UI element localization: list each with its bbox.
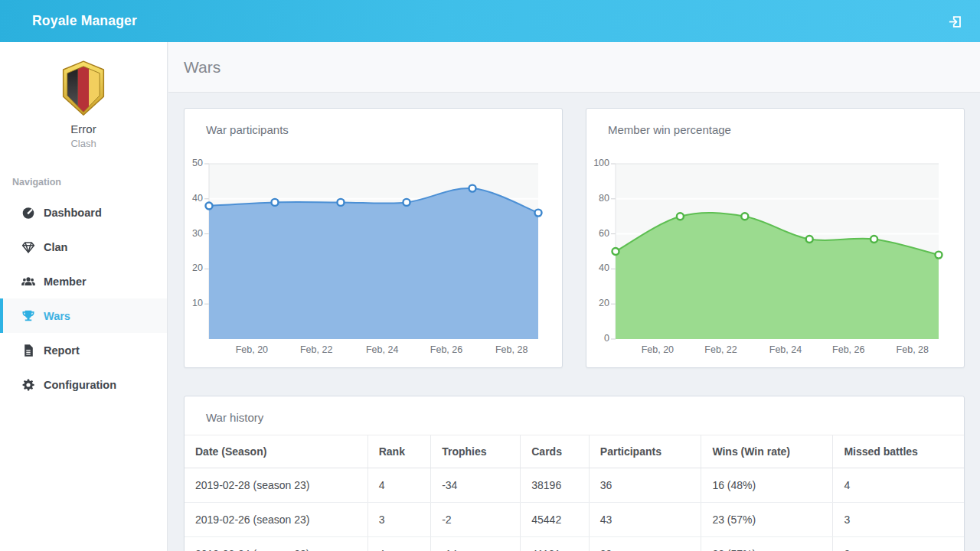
sidebar-item-label: Wars (44, 310, 70, 322)
sidebar-item-label: Report (44, 344, 80, 357)
table-cell: -2 (431, 503, 521, 537)
page-header: Wars (168, 42, 980, 93)
sidebar-item-label: Configuration (44, 379, 116, 391)
x-axis-tick: Feb, 28 (886, 344, 939, 355)
y-axis-tick: 0 (586, 333, 609, 344)
table-header-row: Date (Season)RankTrophiesCardsParticipan… (185, 435, 964, 468)
sidebar-item-clan[interactable]: Clan (0, 230, 167, 264)
clan-badge-icon (59, 60, 108, 116)
sidebar-item-configuration[interactable]: Configuration (0, 367, 167, 402)
y-axis-tick: 80 (586, 193, 609, 204)
y-axis-tick: 20 (185, 262, 203, 273)
sidebar-item-label: Dashboard (44, 207, 102, 219)
table-cell: 23 (57%) (701, 503, 833, 537)
clan-block: Error Clash (0, 42, 167, 149)
war-history-table: Date (Season)RankTrophiesCardsParticipan… (185, 435, 964, 551)
table-cell: 4 (368, 468, 430, 503)
x-axis-tick: Feb, 24 (355, 344, 409, 355)
war-history-title: War history (185, 396, 964, 424)
x-axis-tick: Feb, 20 (631, 344, 684, 355)
war-participants-title: War participants (185, 109, 562, 136)
table-cell: 2 (833, 537, 964, 551)
table-cell: 2019-02-24 (season 23) (185, 537, 368, 551)
page-title: Wars (184, 58, 220, 77)
x-axis-tick: Feb, 20 (225, 344, 279, 355)
y-axis-tick: 20 (586, 298, 609, 308)
table-row: 2019-02-26 (season 23)3-2454424323 (57%)… (185, 503, 964, 537)
top-bar: Royale Manager (0, 0, 980, 42)
report-icon (21, 344, 35, 357)
y-axis-tick: 40 (185, 193, 203, 204)
win-percentage-chart[interactable] (616, 164, 939, 339)
table-row: 2019-02-24 (season 23)4-14411213922 (57%… (185, 537, 964, 551)
table-header-cell: Missed battles (833, 435, 964, 468)
dashboard-icon (21, 206, 35, 220)
y-axis-tick: 100 (586, 158, 609, 168)
clan-tag: Clash (0, 138, 167, 149)
y-axis-tick: 10 (185, 298, 203, 308)
table-cell: 4 (833, 468, 964, 503)
table-cell: 39 (589, 537, 701, 551)
x-axis-tick: Feb, 22 (694, 344, 748, 355)
brand-title[interactable]: Royale Manager (32, 13, 137, 29)
win-percentage-title: Member win percentage (586, 109, 964, 136)
sign-out-icon (948, 15, 962, 29)
sidebar-item-label: Clan (44, 241, 67, 253)
nav-section-label: Navigation (12, 177, 167, 187)
table-header-cell: Wins (Win rate) (701, 435, 833, 468)
sidebar-item-label: Member (44, 276, 87, 288)
table-cell: 36 (589, 468, 701, 503)
sidebar: Error Clash Navigation DashboardClanMemb… (0, 42, 168, 551)
table-cell: 45442 (521, 503, 590, 537)
gear-icon (21, 378, 35, 392)
table-cell: 38196 (521, 468, 590, 503)
table-cell: -34 (431, 468, 521, 503)
gem-icon (21, 240, 35, 254)
x-axis-tick: Feb, 28 (485, 344, 538, 355)
table-header-cell: Trophies (431, 435, 521, 468)
table-cell: 22 (57%) (701, 537, 833, 551)
table-cell: 3 (368, 503, 430, 537)
sidebar-item-dashboard[interactable]: Dashboard (0, 195, 167, 230)
x-axis-tick: Feb, 22 (289, 344, 343, 355)
clan-name: Error (0, 122, 167, 135)
table-cell: 4 (368, 537, 430, 551)
y-axis-tick: 60 (586, 228, 609, 239)
table-cell: 3 (833, 503, 964, 537)
trophy-icon (21, 309, 35, 323)
y-axis-tick: 40 (586, 262, 609, 273)
main-area: Wars War participants 1020304050Feb, 20F… (168, 42, 980, 551)
sign-out-button[interactable] (940, 7, 969, 36)
war-history-card: War history Date (Season)RankTrophiesCar… (184, 396, 965, 551)
sidebar-item-member[interactable]: Member (0, 264, 167, 298)
sidebar-nav: DashboardClanMemberWarsReportConfigurati… (0, 195, 167, 402)
x-axis-tick: Feb, 26 (420, 344, 473, 355)
table-cell: 2019-02-28 (season 23) (185, 468, 368, 503)
table-header-cell: Participants (589, 435, 701, 468)
war-participants-card: War participants 1020304050Feb, 20Feb, 2… (184, 108, 563, 368)
x-axis-tick: Feb, 24 (759, 344, 812, 355)
sidebar-item-report[interactable]: Report (0, 333, 167, 367)
table-cell: 41121 (521, 537, 590, 551)
table-header-cell: Date (Season) (185, 435, 368, 468)
table-row: 2019-02-28 (season 23)4-34381963616 (48%… (185, 468, 964, 503)
war-participants-chart[interactable] (209, 164, 538, 339)
users-icon (21, 275, 35, 289)
table-cell: -14 (431, 537, 521, 551)
table-header-cell: Rank (368, 435, 430, 468)
table-header-cell: Cards (521, 435, 590, 468)
sidebar-item-wars[interactable]: Wars (0, 298, 167, 333)
table-cell: 43 (589, 503, 701, 537)
win-percentage-card: Member win percentage 020406080100Feb, 2… (586, 108, 965, 368)
y-axis-tick: 30 (185, 228, 203, 239)
table-cell: 16 (48%) (701, 468, 833, 503)
x-axis-tick: Feb, 26 (822, 344, 875, 355)
table-cell: 2019-02-26 (season 23) (185, 503, 368, 537)
y-axis-tick: 50 (185, 158, 203, 168)
